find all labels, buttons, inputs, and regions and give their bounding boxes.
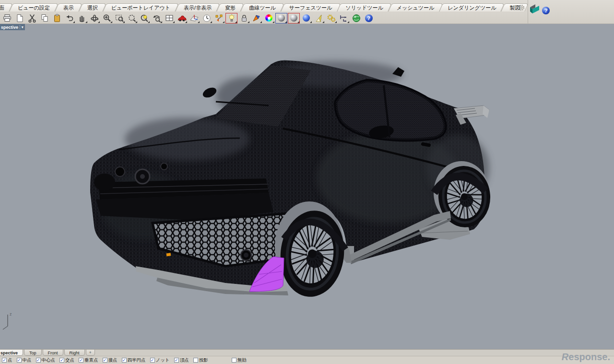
viewport-tab-front[interactable]: Front xyxy=(43,350,63,356)
toolbar-tab-label: 変形 xyxy=(225,5,236,11)
viewport-tab-top[interactable]: Top xyxy=(24,350,42,356)
osnap-label: 頂点 xyxy=(180,357,189,364)
osnap-点[interactable]: ✓点 xyxy=(2,357,12,364)
main-toolbar: ? xyxy=(1,12,375,23)
toolbar-tab-6[interactable]: 変形 xyxy=(218,3,242,12)
toolbar-tab-strip: 面ビューの設定表示選択ビューポートレイアウト表示/非表示変形曲線ツールサーフェス… xyxy=(0,3,527,12)
osnap-checkbox[interactable]: ✓ xyxy=(17,358,22,363)
undo-icon[interactable] xyxy=(63,13,75,23)
osnap-垂直点[interactable]: ✓垂直点 xyxy=(79,357,98,364)
add-viewport-tab-button[interactable]: + xyxy=(86,350,95,356)
zoom-selected-icon[interactable] xyxy=(126,13,138,23)
header-divider xyxy=(528,0,528,24)
color-wheel-icon[interactable] xyxy=(263,13,275,23)
osnap-checkbox[interactable]: ✓ xyxy=(174,358,179,363)
toolbar-tab-11[interactable]: レンダリングツール xyxy=(441,3,503,12)
osnap-checkbox[interactable]: ✓ xyxy=(122,358,127,363)
viewport-title-dropdown-icon[interactable]: ▾ xyxy=(22,25,24,29)
toolbar-tab-9[interactable]: ソリッドツール xyxy=(339,3,390,12)
viewport-title-tab[interactable]: spective ▾ xyxy=(0,24,25,30)
osnap-checkbox[interactable]: ✓ xyxy=(36,358,41,363)
osnap-交点[interactable]: ✓交点 xyxy=(59,357,74,364)
cplane-axis-indicator: z xyxy=(1,311,17,331)
osnap-checkbox[interactable] xyxy=(193,358,198,363)
print-icon[interactable] xyxy=(1,13,13,23)
viewport-title-separator xyxy=(20,25,20,29)
zoom-icon[interactable] xyxy=(101,13,113,23)
toolbar-tab-10[interactable]: メッシュツール xyxy=(390,3,441,12)
viewport-tab-bar: spectiveTopFrontRight+ xyxy=(0,349,614,356)
osnap-label: ノット xyxy=(156,357,170,364)
toolbar-tab-label: 曲線ツール xyxy=(249,5,276,11)
header: 面ビューの設定表示選択ビューポートレイアウト表示/非表示変形曲線ツールサーフェス… xyxy=(0,0,614,24)
toolbar-tab-label: サーフェスツール xyxy=(289,5,332,11)
osnap-checkbox[interactable]: ✓ xyxy=(79,358,83,363)
copy-icon[interactable] xyxy=(38,13,50,23)
toolbar-tab-7[interactable]: 曲線ツール xyxy=(242,3,283,12)
osnap-無効[interactable]: 無効 xyxy=(232,357,247,364)
status-bar: ✓点✓中点✓中心点✓交点✓垂直点✓接点✓四半円点✓ノット✓頂点投影無効 xyxy=(0,356,614,364)
object-snap-icon[interactable] xyxy=(213,13,225,23)
shaded-view-icon[interactable] xyxy=(176,13,188,23)
app-logo-icon[interactable] xyxy=(530,4,540,17)
osnap-投影[interactable]: 投影 xyxy=(193,357,208,364)
osnap-中心点[interactable]: ✓中心点 xyxy=(36,357,56,364)
axis-z-label: z xyxy=(10,312,12,317)
osnap-checkbox[interactable]: ✓ xyxy=(59,358,64,363)
viewport-tab-spective[interactable]: spective xyxy=(0,350,23,356)
zoom-extents-icon[interactable] xyxy=(138,13,150,23)
pan-icon[interactable] xyxy=(76,13,88,23)
toolbar-tab-1[interactable]: ビューの設定 xyxy=(11,3,57,12)
lamp-icon[interactable] xyxy=(225,13,237,23)
help-icon[interactable]: ? xyxy=(363,13,375,23)
cplane-icon[interactable] xyxy=(188,13,200,23)
history-icon[interactable] xyxy=(201,13,213,23)
rotate-view-icon[interactable] xyxy=(88,13,100,23)
toolbar-tab-label: レンダリングツール xyxy=(448,5,496,11)
viewport-layout-icon[interactable] xyxy=(163,13,175,23)
paste-icon[interactable] xyxy=(51,13,63,23)
osnap-checkbox[interactable]: ✓ xyxy=(150,358,155,363)
osnap-四半円点[interactable]: ✓四半円点 xyxy=(122,357,146,364)
osnap-checkbox[interactable]: ✓ xyxy=(2,358,7,363)
osnap-checkbox[interactable] xyxy=(232,358,236,363)
toolbar-tab-5[interactable]: 表示/非表示 xyxy=(177,3,218,12)
floating-toolbar: ? xyxy=(530,4,550,17)
osnap-頂点[interactable]: ✓頂点 xyxy=(174,357,189,364)
toolbar-tab-label: ソリッドツール xyxy=(345,5,383,11)
help-icon[interactable]: ? xyxy=(542,7,550,14)
render-icon[interactable] xyxy=(288,13,300,23)
toolbar-tab-4[interactable]: ビューポートレイアウト xyxy=(105,3,177,12)
toolbar-tab-label: メッシュツール xyxy=(397,5,435,11)
osnap-label: 無効 xyxy=(237,357,247,364)
osnap-中点[interactable]: ✓中点 xyxy=(17,357,32,364)
render-sphere-icon[interactable] xyxy=(300,13,312,23)
toolbar-tab-8[interactable]: サーフェスツール xyxy=(283,3,339,12)
viewport-tab-right[interactable]: Right xyxy=(64,350,85,356)
dimension-icon[interactable] xyxy=(338,13,350,23)
cut-icon[interactable] xyxy=(26,13,38,23)
osnap-label: 垂直点 xyxy=(84,357,98,364)
render-preview-icon[interactable] xyxy=(275,13,287,23)
options-gears-icon[interactable] xyxy=(325,13,337,23)
earth-icon[interactable] xyxy=(350,13,362,23)
zoom-window-icon[interactable] xyxy=(113,13,125,23)
osnap-ノット[interactable]: ✓ノット xyxy=(150,357,170,364)
watermark: Response. xyxy=(562,352,610,363)
select-pointer-icon[interactable] xyxy=(313,13,325,23)
toolbar-tab-label: ビューの設定 xyxy=(18,5,50,11)
undo-view-icon[interactable] xyxy=(151,13,163,23)
osnap-label: 投影 xyxy=(199,357,208,364)
toolbar-tab-2[interactable]: 表示 xyxy=(57,3,81,12)
osnap-label: 中心点 xyxy=(42,357,56,364)
toolbar-tab-3[interactable]: 選択 xyxy=(81,3,105,12)
new-file-icon[interactable] xyxy=(13,13,25,23)
layer-flag-icon[interactable] xyxy=(250,13,262,23)
osnap-checkbox[interactable]: ✓ xyxy=(103,358,107,363)
viewport-canvas[interactable]: spective ▾ z xyxy=(0,24,614,349)
lock-icon[interactable] xyxy=(238,13,250,23)
osnap-label: 交点 xyxy=(65,357,74,364)
toolbar-tab-label: 表示/非表示 xyxy=(184,5,212,11)
toolbar-tab-label: 選択 xyxy=(87,5,98,11)
osnap-接点[interactable]: ✓接点 xyxy=(103,357,118,364)
